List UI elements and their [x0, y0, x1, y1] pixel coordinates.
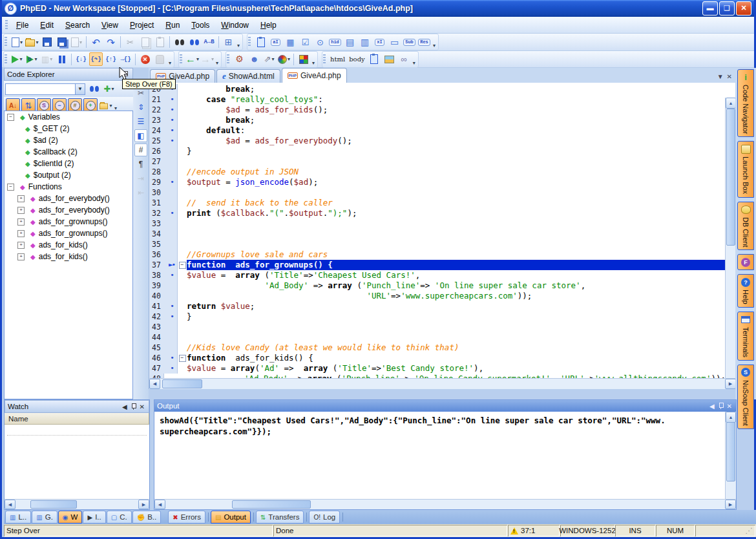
editor-tab-2[interactable]: eShowAd.html — [216, 69, 280, 83]
code-line-41[interactable]: 41•return $value; — [149, 301, 726, 312]
collapse-left-icon[interactable]: ◀ — [709, 403, 715, 410]
run-debug-button[interactable]: ▾ — [25, 52, 39, 66]
find-next-button[interactable] — [187, 36, 201, 49]
tree-expand-icon[interactable]: + — [17, 195, 25, 202]
tree-expand-icon[interactable]: − — [7, 184, 14, 191]
redo-button[interactable]: ↷ — [104, 36, 118, 49]
dropdown-arrow-icon[interactable]: ▾ — [79, 39, 82, 45]
tree-expand-icon[interactable]: + — [17, 230, 25, 237]
menu-grip[interactable] — [5, 20, 8, 30]
tree-item[interactable]: ◆$ad (2) — [5, 134, 132, 146]
menu-tools[interactable]: Tools — [185, 19, 215, 32]
tree-item[interactable]: ◆$output (2) — [5, 169, 132, 181]
toolbar-overflow-button[interactable]: ▾ — [413, 60, 415, 67]
code-area[interactable]: 20• break;21• case "really_cool_toys":22… — [149, 83, 736, 389]
scroll-thumb[interactable] — [726, 422, 735, 481]
insert-listbox-button[interactable]: ▤ — [343, 36, 357, 49]
code-line-31[interactable]: 31// send it back to the caller — [149, 198, 726, 208]
line-numbers-button[interactable]: # — [134, 143, 147, 156]
account-button[interactable]: ☻ — [247, 52, 261, 66]
run-button[interactable]: ▾ — [10, 52, 24, 66]
watch-empty-row[interactable] — [7, 426, 147, 436]
insert-html-tag-button[interactable]: html — [329, 52, 346, 66]
dropdown-arrow-icon[interactable]: ▾ — [111, 86, 114, 92]
toolbar-grip[interactable] — [180, 54, 182, 65]
pause-button[interactable] — [55, 52, 68, 66]
code-line-23[interactable]: 23• break; — [149, 115, 726, 125]
menu-project[interactable]: Project — [124, 19, 160, 32]
paste-html-button[interactable] — [368, 52, 381, 66]
insert-reset-button[interactable]: Res — [417, 36, 431, 49]
scroll-left-arrow[interactable]: ◀ — [5, 500, 16, 509]
code-line-30[interactable]: 30 — [149, 187, 726, 198]
fold-collapse-icon[interactable]: − — [179, 262, 186, 269]
tree-expand-icon[interactable]: + — [17, 253, 25, 260]
insert-image-button[interactable] — [383, 52, 396, 66]
tree-item[interactable]: +◆ads_for_everybody() — [5, 193, 132, 204]
dropdown-arrow-icon[interactable]: ▾ — [288, 56, 290, 62]
code-line-46[interactable]: 46•−function ads_for_kids() { — [149, 353, 726, 363]
code-line-44[interactable]: 44 — [149, 332, 726, 343]
status-resize-grip[interactable]: ⋰ — [695, 525, 755, 536]
insert-form-button[interactable] — [254, 36, 268, 49]
watch-column-header[interactable]: Name — [5, 413, 149, 425]
dropdown-arrow-icon[interactable]: ▾ — [19, 56, 22, 62]
paragraph-marks-button[interactable]: ¶ — [134, 158, 147, 171]
tab-close-icon[interactable]: ✕ — [727, 73, 732, 80]
code-line-26[interactable]: 26} — [149, 146, 726, 156]
code-line-22[interactable]: 22• $ad = ads_for_kids(); — [149, 105, 726, 115]
toolbar-overflow-button[interactable]: ▾ — [433, 43, 436, 50]
insert-textarea-button[interactable]: ▦ — [284, 36, 297, 49]
menu-view[interactable]: View — [96, 19, 124, 32]
toolbar-overflow-button[interactable]: ▾ — [312, 60, 315, 67]
tree-item[interactable]: ◆$callback (2) — [5, 146, 132, 158]
code-line-25[interactable]: 25• $ad = ads_for_everybody(); — [149, 136, 726, 146]
output-vertical-scrollbar[interactable]: ▲ — [725, 412, 736, 499]
explorer-search-input[interactable]: ▼ — [5, 83, 85, 95]
code-line-29[interactable]: 29•$output = json_encode($ad); — [149, 177, 726, 187]
editor-horizontal-scrollbar[interactable]: ◀ ▶ — [149, 378, 736, 389]
code-line-28[interactable]: 28//encode output in JSON — [149, 167, 726, 177]
scroll-up-arrow[interactable]: ▲ — [726, 412, 736, 423]
code-line-32[interactable]: 32•print ($callback."(".$output.");"); — [149, 208, 726, 218]
save-button[interactable] — [40, 36, 54, 49]
insert-text-field-button[interactable]: aI — [269, 36, 282, 49]
undo-button[interactable]: ↶ — [89, 36, 103, 49]
colors-button[interactable] — [297, 52, 310, 66]
code-line-24[interactable]: 24• default: — [149, 125, 726, 136]
menu-window[interactable]: Window — [215, 19, 255, 32]
scroll-right-arrow[interactable]: ▶ — [138, 500, 149, 509]
menu-edit[interactable]: Edit — [34, 19, 59, 32]
scroll-thumb[interactable] — [162, 379, 202, 388]
dropdown-arrow-icon[interactable]: ▾ — [20, 39, 23, 45]
tree-expand-icon[interactable]: + — [17, 218, 25, 226]
scroll-left-arrow[interactable]: ◀ — [149, 379, 160, 389]
dropdown-arrow-icon[interactable]: ▾ — [34, 56, 37, 62]
deploy-button[interactable]: ⇗▾ — [262, 52, 276, 66]
scroll-left-arrow[interactable]: ◀ — [154, 500, 165, 509]
tree-item[interactable]: +◆ads_for_everybody() — [5, 204, 132, 216]
replace-button[interactable]: A→B — [202, 36, 216, 49]
code-line-43[interactable]: 43 — [149, 322, 726, 332]
scroll-thumb[interactable] — [30, 500, 77, 509]
editor-tab-3[interactable]: PHPGiveAd.php — [282, 68, 347, 83]
pin-icon[interactable] — [131, 403, 136, 410]
scroll-thumb[interactable] — [726, 109, 735, 246]
dropdown-arrow-icon[interactable]: ▾ — [109, 103, 112, 109]
tree-item[interactable]: ◆$_GET (2) — [5, 123, 132, 134]
insert-password-button[interactable]: xI — [373, 36, 386, 49]
title-bar[interactable]: Ø PhpED - New Workspace [Stopped] - [C:\… — [2, 0, 754, 17]
scroll-up-arrow[interactable]: ▲ — [726, 98, 736, 109]
dock-tab-code-navigator[interactable]: iCode Navigator — [737, 69, 754, 137]
bottom-tab-l[interactable]: ▥L.. — [5, 511, 31, 523]
toolbar-overflow-button[interactable]: ▾ — [216, 60, 218, 67]
wrap-lines-button[interactable]: ☰ — [134, 115, 147, 128]
tree-item[interactable]: ◆$clientId (2) — [5, 158, 132, 169]
insert-link-button[interactable]: ∞ — [397, 52, 411, 66]
dropdown-arrow-icon[interactable]: ▾ — [196, 56, 199, 62]
tree-item[interactable]: +◆ads_for_grownups() — [5, 227, 132, 239]
bottom-tab-c[interactable]: ▢C. — [107, 511, 132, 523]
bottom-tab-g[interactable]: ▥G. — [32, 511, 58, 523]
toolbar-overflow-button[interactable]: ▾ — [169, 60, 171, 67]
menu-search[interactable]: Search — [59, 19, 96, 32]
